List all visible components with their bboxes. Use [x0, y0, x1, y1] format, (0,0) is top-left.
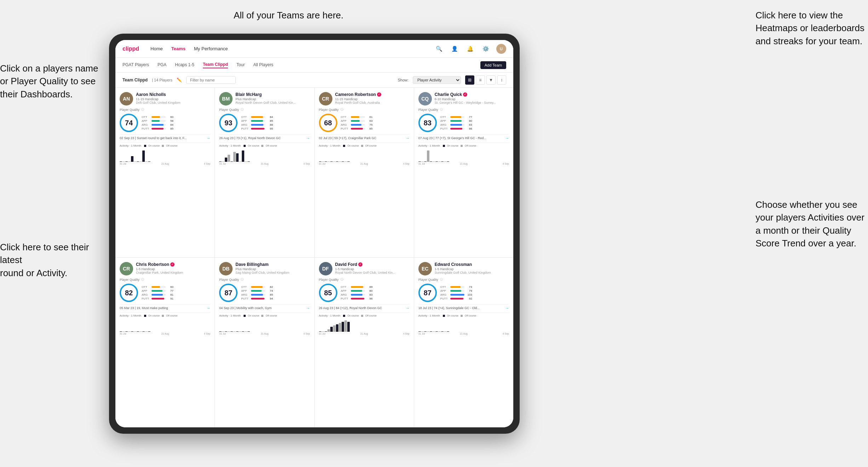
nav-item-performance[interactable]: My Performance [194, 46, 228, 51]
latest-round[interactable]: 18 Jul 23 | 74 (+4), Sunningdale GC - Ol… [418, 304, 509, 310]
score-circle[interactable]: 82 [120, 284, 138, 302]
player-card[interactable]: BM Blair McHarg Plus Handicap Royal Nort… [215, 88, 314, 257]
grid-view-button[interactable]: ⊞ [465, 75, 474, 85]
player-grid: AN Aaron Nicholls 11-15 Handicap Drift G… [115, 88, 513, 427]
player-card[interactable]: CR Chris Robertson ✓ 1-5 Handicap Craigm… [115, 258, 215, 427]
verified-icon: ✓ [377, 92, 381, 97]
latest-round[interactable]: 02 Sep 23 | Sunset round to get back int… [120, 134, 210, 140]
subnav-team-clippd[interactable]: Team Clippd [203, 62, 228, 68]
show-select[interactable]: Player Activity Quality Score Trend [413, 76, 461, 84]
stat-row-arg: ARG 75 [341, 123, 410, 126]
activity-section: Activity · 1 Month On course Off course … [219, 142, 310, 165]
user-avatar[interactable]: U [496, 44, 506, 54]
player-club: Sunningdale Golf Club, United Kingdom [435, 271, 509, 274]
bell-icon[interactable]: 🔔 [465, 44, 475, 54]
player-handicap: Plus Handicap [235, 97, 310, 101]
settings-icon[interactable]: ⚙️ [481, 44, 491, 54]
stat-row-app: APP 77 [142, 289, 210, 292]
player-name[interactable]: Edward Crossman [435, 262, 509, 267]
latest-round[interactable]: 26 Aug 23 | 84 (+12), Royal North Devon … [319, 304, 410, 310]
round-arrow-icon[interactable]: → [206, 306, 210, 310]
player-name[interactable]: Charlie Quick ✓ [435, 92, 509, 97]
user-icon[interactable]: 👤 [450, 44, 459, 54]
round-arrow-icon[interactable]: → [206, 136, 210, 140]
latest-round[interactable]: 26 Aug 23 | 73 (+1), Royal North Devon G… [219, 134, 310, 140]
player-avatar: AN [120, 92, 133, 106]
subnav-hcaps[interactable]: Hcaps 1-5 [175, 62, 194, 68]
activity-header: Activity · 1 Month On course Off course [219, 314, 310, 317]
round-arrow-icon[interactable]: → [306, 306, 310, 310]
add-team-button[interactable]: Add Team [480, 61, 506, 69]
latest-round[interactable]: 05 Mar 23 | 19, Must make putting → [120, 304, 210, 310]
player-handicap: 1-5 Handicap [435, 267, 509, 271]
round-arrow-icon[interactable]: → [505, 136, 509, 140]
round-arrow-icon[interactable]: → [505, 306, 509, 310]
nav-item-teams[interactable]: Teams [171, 46, 185, 51]
player-handicap: 1-5 Handicap [136, 267, 210, 271]
annotation-top-right: Click here to view the Heatmaps or leade… [755, 9, 864, 47]
mini-chart [120, 148, 210, 163]
score-circle[interactable]: 85 [319, 284, 337, 302]
filter-input[interactable] [186, 76, 236, 84]
player-name[interactable]: Aaron Nicholls [136, 92, 210, 97]
activity-header: Activity · 1 Month On course Off course [219, 144, 310, 147]
round-arrow-icon[interactable]: → [406, 306, 410, 310]
player-card[interactable]: CR Cameron Robertson ✓ 11-15 Handicap Ro… [315, 88, 414, 257]
score-circle[interactable]: 68 [319, 114, 337, 132]
stat-row-putt: PUTT 96 [341, 297, 410, 300]
mini-chart [219, 318, 310, 332]
quality-content: 87 OTT 73 APP 79 ARG 10 [418, 284, 509, 302]
player-name[interactable]: Chris Robertson ✓ [136, 262, 210, 267]
stats-list: OTT 60 APP 77 ARG 81 PU [142, 285, 210, 300]
player-name[interactable]: David Ford ✓ [335, 262, 410, 267]
stat-row-ott: OTT 73 [440, 285, 509, 289]
latest-round[interactable]: 07 Aug 23 | 77 (+7), St George's Hill GC… [418, 134, 509, 140]
search-icon[interactable]: 🔍 [434, 44, 444, 54]
quality-content: 68 OTT 61 APP 63 ARG 75 [319, 114, 410, 132]
score-circle[interactable]: 83 [418, 114, 437, 132]
stat-row-app: APP 80 [341, 289, 410, 292]
stat-row-arg: ARG 81 [142, 293, 210, 296]
score-circle[interactable]: 87 [219, 284, 238, 302]
stat-row-ott: OTT 61 [341, 115, 410, 119]
chart-labels: 31 Jul 21 Aug 4 Sep [120, 163, 210, 165]
subnav-tour[interactable]: Tour [236, 62, 245, 68]
activity-header: Activity · 1 Month On course Off course [120, 314, 210, 317]
table-view-button[interactable]: ≡ [476, 75, 485, 85]
player-card[interactable]: EC Edward Crossman 1-5 Handicap Sunningd… [414, 258, 513, 427]
player-name[interactable]: Blair McHarg [235, 92, 310, 97]
nav-bar: clippd Home Teams My Performance 🔍 👤 🔔 ⚙… [115, 40, 513, 58]
player-club: Royal North Devon Golf Club, United Kin.… [235, 101, 310, 104]
stat-row-putt: PUTT 95 [241, 127, 310, 130]
round-arrow-icon[interactable]: → [306, 136, 310, 140]
chart-labels: 31 Jul 21 Aug 4 Sep [418, 332, 509, 335]
filter-button[interactable]: ▼ [486, 75, 496, 85]
quality-content: 85 OTT 89 APP 80 ARG 83 [319, 284, 410, 302]
subnav-pgat[interactable]: PGAT Players [122, 62, 149, 68]
score-circle[interactable]: 93 [219, 114, 238, 132]
player-name[interactable]: Cameron Robertson ✓ [335, 92, 410, 97]
chart-labels: 31 Jul 21 Aug 4 Sep [319, 332, 410, 335]
sort-button[interactable]: ↕ [497, 75, 506, 85]
player-card[interactable]: DB Dave Billingham Plus Handicap Sag Mai… [215, 258, 314, 427]
quality-label: Player Quality ⓘ [120, 108, 210, 112]
activity-header: Activity · 1 Month On course Off course [120, 144, 210, 147]
player-name[interactable]: Dave Billingham [235, 262, 310, 267]
player-card[interactable]: CQ Charlie Quick ✓ 6-10 Handicap St. Geo… [414, 88, 513, 257]
nav-item-home[interactable]: Home [150, 46, 163, 51]
subnav-all-players[interactable]: All Players [253, 62, 273, 68]
round-arrow-icon[interactable]: → [406, 136, 410, 140]
mini-chart [219, 148, 310, 163]
score-circle[interactable]: 87 [418, 284, 437, 302]
quality-label: Player Quality ⓘ [319, 278, 410, 281]
subnav-pga[interactable]: PGA [158, 62, 166, 68]
stat-row-app: APP 80 [440, 119, 509, 123]
score-circle[interactable]: 74 [120, 114, 138, 132]
latest-round[interactable]: 02 Jul 23 | 59 (+17), Craigmillar Park G… [319, 134, 410, 140]
latest-round[interactable]: 04 Sep 23 | Mobility with coach, Gym → [219, 304, 310, 310]
player-card[interactable]: DF David Ford ✓ 1-5 Handicap Royal North… [315, 258, 414, 427]
edit-icon[interactable]: ✏️ [177, 78, 182, 82]
player-handicap: 11-15 Handicap [136, 97, 210, 101]
player-card[interactable]: AN Aaron Nicholls 11-15 Handicap Drift G… [115, 88, 215, 257]
verified-icon: ✓ [463, 92, 467, 97]
